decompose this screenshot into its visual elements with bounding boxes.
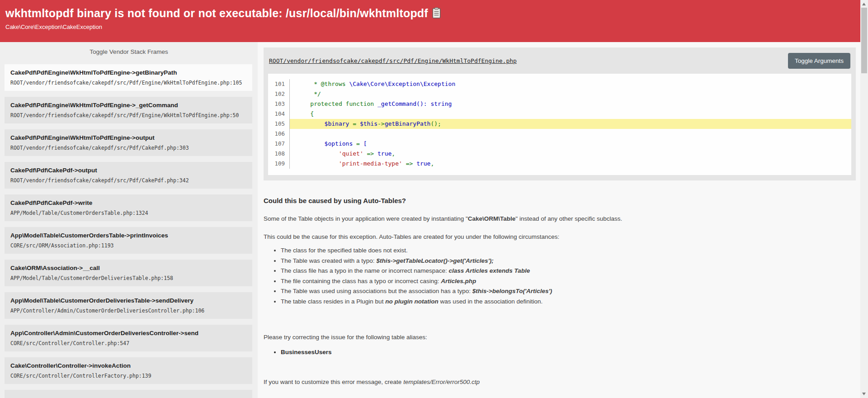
stack-frame-location: APP/Controller/Admin/CustomerOrderDelive…	[10, 307, 246, 314]
stack-frame-call: Cake\Controller\Controller->invokeAction	[10, 362, 246, 370]
text-segment: The file containing the class has a typo…	[281, 278, 441, 284]
text-segment: no plugin notation	[385, 298, 439, 305]
stack-frame-call: CakePdf\Pdf\Engine\WkHtmlToPdfEngine->_g…	[10, 101, 246, 109]
text-segment: Articles.php	[441, 278, 476, 284]
stack-frame[interactable]: CakePdf\Pdf\Engine\WkHtmlToPdfEngine->ou…	[5, 129, 252, 156]
code-text: 'print-media-type' => true,	[290, 159, 851, 169]
stack-frame-location: ROOT/vendor/friendsofcake/cakepdf/src/Pd…	[10, 144, 246, 152]
code-text: {	[290, 109, 851, 119]
stack-frame-call: App\Controller\Admin\CustomerOrderDelive…	[10, 329, 246, 337]
main-layout: Toggle Vendor Stack Frames CakePdf\Pdf\E…	[0, 42, 868, 398]
text-segment: " instead of any other specific subclass…	[515, 215, 622, 222]
stack-frame-location: ROOT/vendor/friendsofcake/cakepdf/src/Pd…	[10, 79, 246, 86]
cause-item: The Table was used using associations bu…	[281, 287, 856, 295]
content-panel: ROOT/vendor/friendsofcake/cakepdf/src/Pd…	[258, 42, 868, 398]
code-text: 'quiet' => true,	[290, 149, 851, 159]
code-text: $binary = $this->getBinaryPath();	[290, 119, 851, 129]
cause-item: The class for the specified table does n…	[281, 246, 856, 254]
line-number: 101	[268, 79, 290, 89]
stack-frame-location: APP/Model/Table/CustomerOrdersTable.php:…	[10, 209, 246, 217]
stack-frame[interactable]: App\Controller\Admin\CustomerOrderDelive…	[5, 325, 252, 351]
text-segment: The class file has a typo in the name or…	[281, 267, 448, 274]
toggle-arguments-button[interactable]: Toggle Arguments	[788, 53, 850, 69]
clipboard-icon[interactable]	[432, 7, 441, 19]
stack-frame-location: APP/Model/Table/CustomerOrderDeliveriesT…	[10, 275, 246, 282]
stack-frame[interactable]: Cake\Controller\Controller->invokeAction…	[5, 357, 252, 384]
code-line: 107 $options = [	[268, 139, 851, 149]
line-number: 105	[268, 119, 290, 129]
stack-frame-location: CORE/src/ORM/Association.php:1193	[10, 242, 246, 249]
stack-frame[interactable]: Cake\ORM\Association->__callAPP/Model/Ta…	[5, 260, 252, 286]
cause-list: The class for the specified table does n…	[264, 246, 856, 305]
stack-frame-call: CakePdf\Pdf\CakePdf->write	[10, 199, 246, 207]
code-line: 106	[268, 129, 851, 139]
stack-frame[interactable]: CakePdf\Pdf\Engine\WkHtmlToPdfEngine->ge…	[5, 64, 252, 91]
cause-item: The class file has a typo in the name or…	[281, 267, 856, 275]
code-line: 103 protected function _getCommand(): st…	[268, 99, 851, 109]
aliases-intro: Please try correcting the issue for the …	[264, 333, 856, 341]
auto-tables-paragraph-2: This could be the cause for this excepti…	[264, 233, 856, 241]
text-segment: templates/Error/error500.ctp	[403, 379, 480, 385]
stack-frame-call: CakePdf\Pdf\Engine\WkHtmlToPdfEngine->ou…	[10, 134, 246, 142]
line-number: 108	[268, 149, 290, 159]
stack-frame-call: App\Model\Table\CustomerOrdersTable->pri…	[10, 232, 246, 240]
code-text: $options = [	[290, 139, 851, 149]
stack-frame[interactable]: App\Model\Table\CustomerOrdersTable->pri…	[5, 227, 252, 254]
line-number: 109	[268, 159, 290, 169]
code-line: 102 */	[268, 89, 851, 99]
code-line: 108 'quiet' => true,	[268, 149, 851, 159]
page-title: wkhtmltopdf binary is not found or not e…	[5, 6, 850, 20]
scroll-down-arrow-icon[interactable]	[862, 393, 866, 395]
text-segment: The Table was created with a typo:	[281, 257, 376, 264]
code-line: 104 {	[268, 109, 851, 119]
text-segment: The class for the specified table does n…	[281, 247, 408, 254]
code-text: protected function _getCommand(): string	[290, 99, 851, 109]
code-text	[290, 129, 851, 139]
auto-tables-heading: Could this be caused by using Auto-Table…	[264, 197, 856, 204]
scrollbar-thumb[interactable]	[861, 8, 867, 73]
code-excerpt-header: ROOT/vendor/friendsofcake/cakepdf/src/Pd…	[268, 49, 851, 72]
line-number: 104	[268, 109, 290, 119]
scroll-up-arrow-icon[interactable]	[862, 3, 866, 5]
line-number: 106	[268, 129, 290, 139]
error-header: wkhtmltopdf binary is not found or not e…	[0, 0, 868, 42]
stack-frame[interactable]: App\Model\Table\CustomerOrderDeliveriesT…	[5, 292, 252, 319]
text-segment: $this->belongsTo('Articles')	[472, 288, 552, 294]
code-line: 109 'print-media-type' => true,	[268, 159, 851, 169]
code-line-highlighted: 105 $binary = $this->getBinaryPath();	[268, 119, 851, 129]
line-number: 102	[268, 89, 290, 99]
code-excerpt: ROOT/vendor/friendsofcake/cakepdf/src/Pd…	[264, 47, 856, 180]
stack-frame-call: CakePdf\Pdf\Engine\WkHtmlToPdfEngine->ge…	[10, 69, 246, 77]
stack-frame-call: CakePdf\Pdf\CakePdf->output	[10, 166, 246, 175]
line-number: 103	[268, 99, 290, 109]
code-line: 101 * @throws \Cake\Core\Exception\Excep…	[268, 79, 851, 89]
text-segment: If you want to customize this error mess…	[264, 379, 403, 385]
code-text: */	[290, 89, 851, 99]
toggle-vendor-frames-link[interactable]: Toggle Vendor Stack Frames	[0, 48, 258, 55]
stack-frame-location: CORE/src/Controller/Controller.php:547	[10, 340, 246, 347]
stack-frame[interactable]: CakePdf\Pdf\CakePdf->writeAPP/Model/Tabl…	[5, 194, 252, 221]
cause-item: The file containing the class has a typo…	[281, 277, 856, 285]
cause-item: The table class resides in a Plugin but …	[281, 298, 856, 305]
line-number: 107	[268, 139, 290, 149]
exception-class: Cake\Core\Exception\CakeException	[5, 24, 850, 30]
text-segment: was used in the association definition.	[439, 298, 542, 305]
scrollbar[interactable]	[860, 0, 868, 398]
code-block: 101 * @throws \Cake\Core\Exception\Excep…	[268, 74, 851, 175]
alias-list: BusinessesUsers	[264, 349, 856, 355]
source-file-link[interactable]: ROOT/vendor/friendsofcake/cakepdf/src/Pd…	[269, 57, 517, 64]
stack-frame-partial[interactable]	[5, 390, 252, 398]
stack-frame[interactable]: CakePdf\Pdf\Engine\WkHtmlToPdfEngine->_g…	[5, 97, 252, 123]
text-segment: class Articles extends Table	[448, 267, 530, 274]
text-segment: The table class resides in a Plugin but	[281, 298, 385, 305]
text-segment: $this->getTableLocator()->get('Articles'…	[376, 257, 493, 264]
auto-tables-paragraph-1: Some of the Table objects in your applic…	[264, 215, 856, 223]
text-segment: Some of the Table objects in your applic…	[264, 215, 468, 222]
stack-frame-location: ROOT/vendor/friendsofcake/cakepdf/src/Pd…	[10, 112, 246, 119]
table-alias: BusinessesUsers	[281, 349, 856, 355]
text-segment: The Table was used using associations bu…	[281, 288, 472, 294]
stack-frame-location: CORE/src/Controller/ControllerFactory.ph…	[10, 372, 246, 379]
stack-frames-list: CakePdf\Pdf\Engine\WkHtmlToPdfEngine->ge…	[0, 64, 258, 384]
stack-frame-call: App\Model\Table\CustomerOrderDeliveriesT…	[10, 297, 246, 305]
stack-frame[interactable]: CakePdf\Pdf\CakePdf->outputROOT/vendor/f…	[5, 162, 252, 189]
